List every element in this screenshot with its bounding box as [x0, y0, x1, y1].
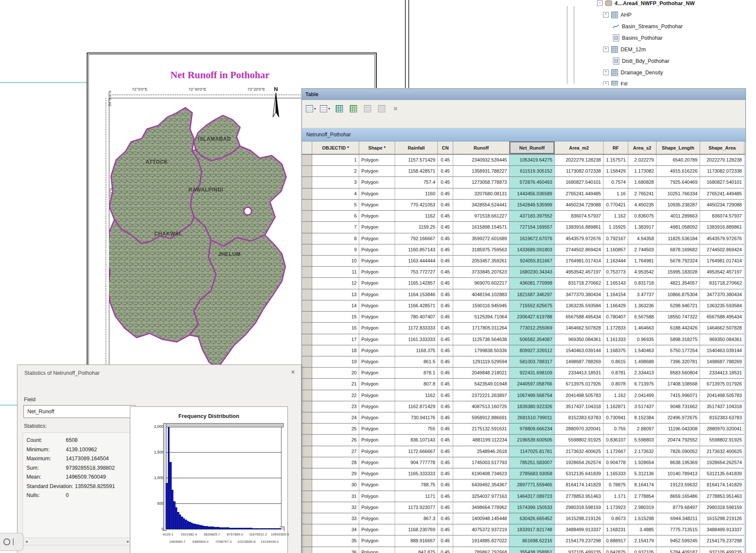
- table-cell[interactable]: 1619672.67076: [510, 233, 555, 244]
- expand-icon[interactable]: +: [603, 81, 609, 85]
- table-cell[interactable]: 1.764981: [628, 256, 656, 267]
- row-selector[interactable]: [302, 323, 312, 334]
- table-cell[interactable]: 12: [312, 278, 359, 289]
- table-cell[interactable]: 23: [312, 401, 359, 412]
- table-cell[interactable]: 1.172833: [604, 323, 628, 334]
- table-cell[interactable]: 0.836107: [604, 435, 628, 446]
- table-row[interactable]: 14Polygon1166.4285710.451590116.94594571…: [302, 300, 745, 312]
- table-cell[interactable]: 792.166667: [395, 233, 438, 244]
- table-cell[interactable]: 10935.238287: [656, 200, 700, 211]
- table-cell[interactable]: 19: [312, 356, 359, 368]
- row-selector[interactable]: [302, 267, 312, 278]
- row-selector-header[interactable]: [302, 141, 312, 154]
- table-cell[interactable]: Polygon: [359, 468, 395, 479]
- scroll-left-icon[interactable]: ◄: [23, 538, 30, 545]
- row-selector[interactable]: [302, 289, 312, 300]
- table-cell[interactable]: Polygon: [359, 334, 395, 345]
- table-cell[interactable]: 0.45: [438, 211, 453, 222]
- row-selector[interactable]: [302, 345, 312, 356]
- table-cell[interactable]: 2765241.449485: [555, 188, 604, 200]
- table-cell[interactable]: 2.778854: [628, 491, 656, 502]
- table-cell[interactable]: 8152383.63783: [555, 412, 604, 424]
- table-cell[interactable]: 1273058.778873: [453, 177, 510, 188]
- row-selector[interactable]: [302, 412, 312, 424]
- table-cell[interactable]: 13: [312, 289, 359, 300]
- table-cell[interactable]: 0.45: [438, 379, 453, 390]
- table-cell[interactable]: 0.45: [438, 356, 453, 368]
- close-icon[interactable]: ×: [289, 368, 297, 376]
- column-header[interactable]: CN: [438, 141, 453, 154]
- table-cell[interactable]: 24: [312, 412, 359, 424]
- table-cell[interactable]: 1839380.922326: [510, 401, 555, 412]
- table-cell[interactable]: 0.7574: [604, 177, 628, 188]
- table-cell[interactable]: 27: [312, 446, 359, 457]
- table-cell[interactable]: 35: [312, 535, 359, 547]
- table-cell[interactable]: 1.166429: [604, 300, 628, 312]
- table-cell[interactable]: 3: [312, 177, 359, 188]
- table-cell[interactable]: 1.680828: [628, 177, 656, 188]
- table-cell[interactable]: 2.334413: [628, 368, 656, 379]
- column-header[interactable]: Area_s2: [628, 141, 656, 154]
- table-cell[interactable]: 1.173923: [604, 502, 628, 513]
- table-cell[interactable]: 1.161333: [604, 334, 628, 345]
- table-cell[interactable]: 11825.536184: [656, 233, 700, 244]
- table-cell[interactable]: 2154179.237298: [700, 535, 744, 547]
- table-cell[interactable]: 4821.354057: [656, 278, 700, 289]
- table-cell[interactable]: 1163.444444: [395, 256, 438, 267]
- table-cell[interactable]: 836074.57937: [700, 211, 744, 222]
- table-cell[interactable]: 788.75: [395, 479, 438, 491]
- table-cell[interactable]: 17: [312, 334, 359, 345]
- table-cell[interactable]: 836074.57937: [555, 211, 604, 222]
- table-cell[interactable]: Polygon: [359, 401, 395, 412]
- table-cell[interactable]: 1165.333333: [395, 468, 438, 479]
- table-cell[interactable]: 0.45: [438, 200, 453, 211]
- table-cell[interactable]: 7: [312, 222, 359, 233]
- table-cell[interactable]: 1680230.34343: [510, 267, 555, 278]
- catalog-item-basin-streams[interactable]: Basin_Streams_Pothohar: [597, 21, 756, 32]
- table-cell[interactable]: 937105.499235: [700, 547, 744, 553]
- table-cell[interactable]: 2022279.128238: [555, 155, 604, 166]
- table-cell[interactable]: 9452.599245: [656, 535, 700, 547]
- table-cell[interactable]: 0.45: [438, 177, 453, 188]
- column-header[interactable]: Shape_Area: [700, 141, 744, 154]
- table-row[interactable]: 32Polygon1173.9230770.453498664.77896215…: [302, 502, 745, 513]
- table-cell[interactable]: 6540.20789: [656, 155, 700, 166]
- table-cell[interactable]: 727154.169557: [510, 222, 555, 233]
- table-cell[interactable]: Polygon: [359, 524, 395, 535]
- table-cell[interactable]: 1173082.072338: [700, 166, 744, 177]
- table-cell[interactable]: 8152383.63783: [700, 412, 744, 424]
- table-cell[interactable]: 20: [312, 368, 359, 379]
- table-cell[interactable]: 9: [312, 244, 359, 256]
- table-row[interactable]: 12Polygon1165.1428570.45969070.602217436…: [302, 278, 745, 289]
- table-cell[interactable]: 9048.731662: [656, 401, 700, 412]
- table-cell[interactable]: 2334413.18531: [555, 368, 604, 379]
- row-selector[interactable]: [302, 547, 312, 553]
- table-row[interactable]: 16Polygon1172.8333330.451717805.01126477…: [302, 323, 745, 334]
- table-cell[interactable]: 5: [312, 200, 359, 211]
- table-cell[interactable]: 6188.442426: [656, 323, 700, 334]
- table-cell[interactable]: 611519.305152: [510, 166, 555, 177]
- table-cell[interactable]: Polygon: [359, 256, 395, 267]
- table-cell[interactable]: 1464317.089723: [510, 491, 555, 502]
- table-cell[interactable]: 3488499.913337: [555, 524, 604, 535]
- table-cell[interactable]: 0.45: [438, 244, 453, 256]
- table-cell[interactable]: Polygon: [359, 513, 395, 524]
- table-cell[interactable]: 5678.792324: [656, 256, 700, 267]
- catalog-item-ahp[interactable]: + AHP: [597, 9, 756, 21]
- table-cell[interactable]: 1161.333333: [395, 334, 438, 345]
- table-cell[interactable]: Polygon: [359, 200, 395, 211]
- table-cell[interactable]: 7826.090052: [656, 446, 700, 457]
- table-cell[interactable]: 807.8: [395, 379, 438, 390]
- table-cell[interactable]: 2440597.058766: [510, 379, 555, 390]
- table-cell[interactable]: 5.598803: [628, 435, 656, 446]
- row-selector[interactable]: [302, 166, 312, 177]
- table-cell[interactable]: 0.45: [438, 412, 453, 424]
- table-cell[interactable]: 0.831718: [628, 278, 656, 289]
- table-cell[interactable]: 2778853.951463: [555, 491, 604, 502]
- table-cell[interactable]: 355438.258951: [510, 547, 555, 553]
- table-cell[interactable]: 6: [312, 211, 359, 222]
- table-row[interactable]: 22Polygon11620.452372221.2638971067499.5…: [302, 390, 745, 401]
- table-row[interactable]: 7Polygon1159.250.451615898.154571727154.…: [302, 222, 745, 233]
- row-selector[interactable]: [302, 177, 312, 188]
- expand-icon[interactable]: +: [603, 47, 609, 52]
